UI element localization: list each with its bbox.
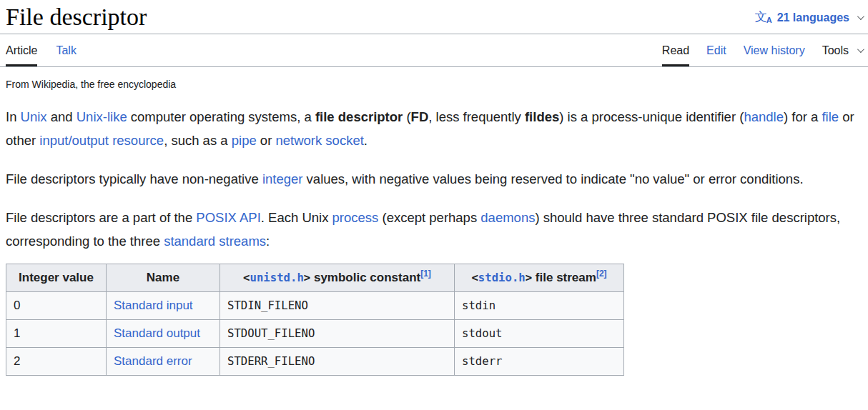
inline-link[interactable]: [1] [420,269,431,279]
text-segment: STDOUT_FILENO [227,326,315,340]
text-segment: stderr [462,354,502,368]
footnote-reference[interactable]: [1] [420,267,431,279]
text-segment: stdin [462,299,495,312]
article-content: From Wikipedia, the free encyclopedia In… [0,79,868,376]
inline-link[interactable]: Standard output [114,326,200,340]
text-segment: symbolic constant [310,271,420,284]
table-header-row: Integer value Name <unistd.h> symbolic c… [6,264,624,292]
text-segment: , such as a [164,133,232,148]
text-segment: . Each Unix [261,210,332,225]
column-header-stdio-file-stream: <stdio.h> file stream[2] [455,264,624,292]
footnote-reference[interactable]: [2] [596,267,607,279]
cell-file-stream: stderr [455,348,624,376]
table-row: 0 Standard input STDIN_FILENO stdin [6,292,624,320]
text-segment: FD [411,109,429,124]
table-row: 2 Standard error STDERR_FILENO stderr [6,348,624,376]
text-segment: (except perhaps [378,210,480,225]
languages-dropdown[interactable]: 文A 21 languages [755,2,862,24]
article-tab-bar: Article Talk Read Edit View history Tool… [0,34,868,67]
text-segment: > [304,271,310,284]
text-segment: values, with negative values being reser… [302,171,803,186]
cell-name: Standard error [107,348,220,376]
text-segment: 0 [14,299,20,312]
text-segment: computer operating systems, a [127,109,315,124]
text-segment: ) is a process-unique identifier ( [559,109,744,124]
text-segment: STDIN_FILENO [227,299,308,312]
inline-link[interactable]: Standard error [114,354,192,368]
text-segment: STDERR_FILENO [227,354,315,368]
tab-read[interactable]: Read [662,34,689,66]
column-header-integer-value: Integer value [6,264,107,292]
page-header: File descriptor 文A 21 languages [0,0,868,34]
inline-link[interactable]: process [332,210,379,225]
inline-link[interactable]: stdio.h [478,271,526,284]
inline-link[interactable]: Unix [21,109,47,124]
cell-file-stream: stdout [455,320,624,348]
inline-link[interactable]: daemons [480,210,535,225]
text-segment: < [243,271,250,284]
text-segment: , less frequently [428,109,525,124]
chevron-down-icon [857,46,864,53]
inline-link[interactable]: unistd.h [250,271,304,284]
inline-link[interactable]: handle [744,109,784,124]
inline-link[interactable]: standard streams [164,234,266,249]
page-title: File descriptor [6,2,147,32]
inline-link[interactable]: Unix-like [77,109,127,124]
inline-link[interactable]: integer [262,171,303,186]
inline-link[interactable]: Standard input [114,299,193,312]
cell-file-stream: stdin [455,292,624,320]
column-header-name: Name [107,264,220,292]
paragraph-posix: File descriptors are a part of the POSIX… [6,206,857,253]
text-segment: In [6,109,21,124]
text-segment: Name [147,271,179,284]
text-segment: File descriptors typically have non-nega… [6,171,262,186]
text-segment: ) for a [784,109,822,124]
table-row: 1 Standard output STDOUT_FILENO stdout [6,320,624,348]
languages-label: 21 languages [777,11,849,24]
text-segment: 2 [14,354,20,368]
inline-link[interactable]: file [822,109,839,124]
text-segment: 1 [14,326,20,340]
cell-integer-value: 1 [6,320,107,348]
tab-talk[interactable]: Talk [56,34,76,66]
text-segment: file stream [532,271,596,284]
site-subtitle: From Wikipedia, the free encyclopedia [6,79,862,90]
text-segment: > [526,271,532,284]
tools-menu-button[interactable]: Tools [822,34,862,66]
tab-view-history[interactable]: View history [744,34,805,66]
paragraph-values: File descriptors typically have non-nega… [6,167,857,191]
inline-link[interactable]: input/output resource [39,133,164,148]
cell-name: Standard output [107,320,220,348]
tab-edit[interactable]: Edit [706,34,726,66]
inline-link[interactable]: network socket [275,133,363,148]
language-icon: 文A [755,11,772,24]
tab-article[interactable]: Article [6,34,37,66]
text-segment: file descriptor [315,109,403,124]
inline-link[interactable]: POSIX API [196,210,261,225]
cell-integer-value: 0 [6,292,107,320]
chevron-down-icon [857,13,864,20]
text-segment: < [471,271,478,284]
file-descriptor-table: Integer value Name <unistd.h> symbolic c… [6,264,624,376]
text-segment: : [266,234,270,249]
text-segment: or [257,133,276,148]
cell-name: Standard input [107,292,220,320]
text-segment: Integer value [19,271,94,284]
inline-link[interactable]: pipe [232,133,257,148]
inline-link[interactable]: [2] [596,269,607,279]
cell-integer-value: 2 [6,348,107,376]
column-header-unistd-symbolic-constant: <unistd.h> symbolic constant[1] [220,264,455,292]
text-segment: . [364,133,368,148]
cell-symbolic-constant: STDOUT_FILENO [220,320,455,348]
cell-symbolic-constant: STDIN_FILENO [220,292,455,320]
text-segment: and [47,109,77,124]
paragraph-intro: In Unix and Unix-like computer operating… [6,105,857,152]
text-segment: stdout [462,326,502,340]
text-segment: ( [403,109,410,124]
text-segment: fildes [525,109,559,124]
cell-symbolic-constant: STDERR_FILENO [220,348,455,376]
text-segment: File descriptors are a part of the [6,210,196,225]
